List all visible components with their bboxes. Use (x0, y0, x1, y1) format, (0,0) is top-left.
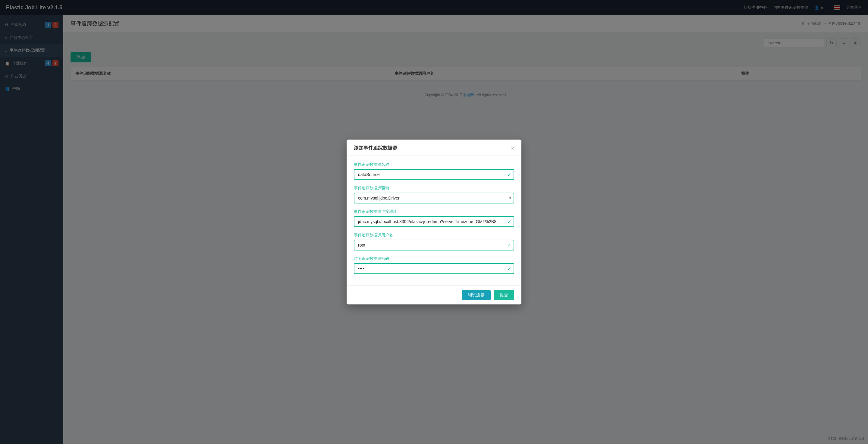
modal-header: 添加事件追踪数据源 × (347, 139, 521, 156)
field-label-password: 时间追踪数据源密码 (354, 256, 514, 261)
name-field-wrapper: ✓ (354, 169, 514, 180)
username-input[interactable] (354, 240, 514, 251)
driver-select[interactable]: com.mysql.jdbc.Driver org.postgresql.Dri… (354, 193, 514, 203)
field-label-driver: 事件追踪数据源驱动 (354, 185, 514, 191)
url-check-icon: ✓ (507, 219, 511, 225)
submit-button[interactable]: 提交 (494, 290, 514, 300)
modal-overlay[interactable]: 添加事件追踪数据源 × 事件追踪数据源名称 ✓ 事件追踪数据源驱动 com.my… (0, 0, 868, 444)
form-group-driver: 事件追踪数据源驱动 com.mysql.jdbc.Driver org.post… (354, 185, 514, 203)
test-connection-button[interactable]: 测试连接 (462, 290, 491, 300)
password-check-icon: ✓ (507, 266, 511, 272)
modal-body: 事件追踪数据源名称 ✓ 事件追踪数据源驱动 com.mysql.jdbc.Dri… (347, 156, 521, 285)
form-group-name: 事件追踪数据源名称 ✓ (354, 162, 514, 180)
url-field-wrapper: ✓ (354, 216, 514, 227)
modal-title: 添加事件追踪数据源 (354, 145, 397, 151)
username-field-wrapper: ✓ (354, 240, 514, 251)
form-group-username: 事件追踪数据源用户名 ✓ (354, 232, 514, 251)
modal-footer: 测试连接 提交 (347, 285, 521, 305)
url-input[interactable] (354, 216, 514, 227)
modal-close-button[interactable]: × (511, 146, 514, 151)
name-check-icon: ✓ (507, 172, 511, 178)
password-input[interactable] (354, 263, 514, 274)
modal-dialog: 添加事件追踪数据源 × 事件追踪数据源名称 ✓ 事件追踪数据源驱动 com.my… (347, 139, 521, 305)
driver-select-wrapper: com.mysql.jdbc.Driver org.postgresql.Dri… (354, 193, 514, 203)
password-field-wrapper: ✓ (354, 263, 514, 274)
field-label-username: 事件追踪数据源用户名 (354, 232, 514, 238)
form-group-url: 事件追踪数据源连接地址 ✓ (354, 209, 514, 227)
name-input[interactable] (354, 169, 514, 180)
field-label-name: 事件追踪数据源名称 (354, 162, 514, 167)
form-group-password: 时间追踪数据源密码 ✓ (354, 256, 514, 274)
username-check-icon: ✓ (507, 242, 511, 248)
field-label-url: 事件追踪数据源连接地址 (354, 209, 514, 214)
